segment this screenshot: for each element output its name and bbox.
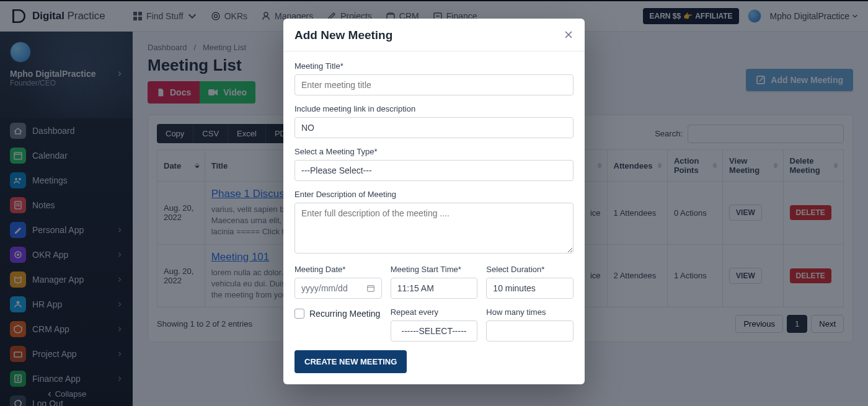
label-meeting-date: Meeting Date*: [294, 265, 382, 274]
start-time-input[interactable]: [391, 278, 478, 299]
label-repeat-every: Repeat every: [391, 307, 478, 317]
meeting-title-input[interactable]: [294, 74, 574, 95]
meeting-type-select[interactable]: ---Please Select---: [294, 160, 574, 181]
label-duration: Select Duration*: [486, 265, 574, 274]
checkbox-label: Recurring Meeting: [309, 309, 380, 319]
select-value: NO: [301, 123, 314, 133]
recurring-checkbox[interactable]: Recurring Meeting: [294, 309, 380, 319]
checkbox-icon: [294, 309, 304, 319]
label-meeting-title: Meeting Title*: [294, 61, 574, 71]
description-textarea[interactable]: [294, 203, 574, 254]
how-many-times-input[interactable]: [486, 320, 574, 342]
close-icon: [564, 30, 574, 40]
meeting-date-input[interactable]: yyyy/mm/dd: [294, 278, 382, 299]
label-description: Enter Description of Meeting: [294, 190, 574, 199]
label-start-time: Meeting Start Time*: [391, 265, 478, 274]
duration-select[interactable]: 10 minutes: [486, 278, 574, 299]
select-value: ------SELECT-----: [402, 326, 467, 336]
create-meeting-button[interactable]: CREATE NEW MEETING: [294, 350, 407, 373]
select-value: 10 minutes: [493, 283, 535, 293]
select-value: ---Please Select---: [301, 165, 372, 175]
include-link-select[interactable]: NO: [294, 117, 574, 138]
label-meeting-type: Select a Meeting Type*: [294, 147, 574, 156]
label-how-many-times: How many times: [486, 307, 574, 317]
date-placeholder: yyyy/mm/dd: [301, 283, 348, 293]
label-include-link: Include meeting link in description: [294, 104, 574, 113]
modal-close-button[interactable]: [564, 30, 574, 42]
add-meeting-modal: Add New Meeting Meeting Title* Include m…: [283, 19, 585, 384]
repeat-every-select[interactable]: ------SELECT-----: [391, 320, 478, 342]
svg-rect-21: [367, 286, 374, 292]
calendar-icon: [366, 284, 375, 293]
modal-title: Add New Meeting: [294, 29, 392, 42]
